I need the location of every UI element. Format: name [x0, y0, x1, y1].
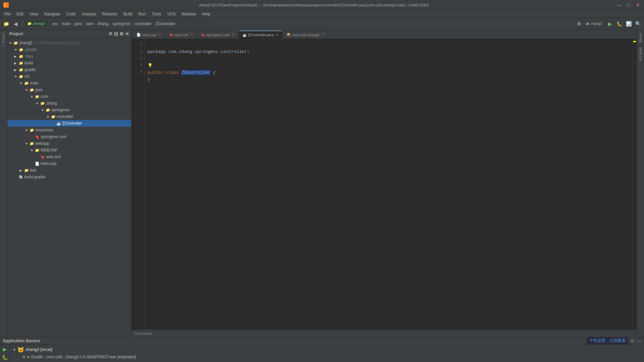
run-server-btn[interactable]: ▶: [2, 346, 8, 353]
close-tab-zcontroller[interactable]: ✕: [276, 33, 279, 37]
close-panel-btn[interactable]: ✕: [125, 31, 129, 37]
line-numbers: 1 2 3 4 5: [131, 39, 145, 329]
settings-btn2[interactable]: ⚙: [119, 31, 124, 37]
collapse-all-btn[interactable]: ⊟: [114, 31, 118, 37]
breadcrumb-class: ZController: [134, 331, 152, 336]
tree-item-zhang3[interactable]: ▼ 📁 zhang3D:\IT\IdeaProjects\zhang3: [7, 40, 131, 46]
tab-indexjsp[interactable]: 📄 index.jsp ✕: [133, 31, 165, 39]
bc-controller[interactable]: controller: [135, 21, 151, 26]
debug-btn[interactable]: 🐛: [615, 20, 623, 28]
menu-build[interactable]: Build: [121, 11, 135, 17]
tree-item-buildgradle[interactable]: ▶ 🐘 build.gradle: [7, 174, 131, 180]
maximize-button[interactable]: □: [625, 2, 632, 8]
tree-item-webxml[interactable]: ▶ 🔖 web.xml: [7, 154, 131, 160]
project-panel-header: Project ⟳ ⊟ ⚙ ✕: [7, 29, 131, 38]
project-label: Project: [9, 32, 23, 36]
project-panel: Project ⟳ ⊟ ⚙ ✕ ▼ 📁 zhang3D:\IT\IdeaProj…: [7, 29, 131, 337]
close-tab-indexjsp[interactable]: ✕: [158, 33, 161, 37]
tree-item-zcontroller[interactable]: ▶ ☕ ZController: [7, 120, 131, 127]
tree-item-src[interactable]: ▼ 📁 src: [7, 73, 131, 80]
panel-settings-btn[interactable]: ⚙: [630, 338, 635, 344]
project-badge: 📁 zhang3: [25, 21, 47, 26]
profile-btn[interactable]: 📊: [625, 20, 633, 28]
search-everywhere-btn[interactable]: 🔍: [634, 20, 642, 28]
tab-springmvcxml[interactable]: 🔖 springmvc.xml ✕: [197, 31, 238, 39]
maven-tab[interactable]: Maven: [638, 31, 643, 45]
left-side-strip: 1: Project: [0, 29, 7, 337]
bc-com[interactable]: com: [86, 21, 94, 26]
tree-item-gradle[interactable]: ▼ 📁 .gradle: [7, 46, 131, 53]
code-editor[interactable]: 1 2 3 4 5 package com.zhang.springmvc.co…: [131, 39, 637, 329]
bc-zcontroller[interactable]: ZController: [156, 21, 175, 26]
tree-item-webinf[interactable]: ▼ 📁 WEB-INF: [7, 147, 131, 154]
tree-item-gradle2[interactable]: ▶ 📁 gradle: [7, 66, 131, 73]
settings-link[interactable]: 个性设置，点我看看: [587, 337, 628, 344]
project-panel-tab[interactable]: 1: Project: [1, 30, 6, 50]
menu-run[interactable]: Run: [136, 11, 149, 17]
settings-link-text: 个性设置，点我看看: [589, 338, 626, 344]
project-tree: ▼ 📁 zhang3D:\IT\IdeaProjects\zhang3 ▼ 📁 …: [7, 38, 131, 337]
server-tree: ▼ 🐱 zhang3 [local] ⚙ ● Gradle : com.szii…: [10, 345, 644, 362]
bottom-panel-header: Application Servers 个性设置，点我看看 ⚙ —: [0, 337, 644, 345]
menu-window[interactable]: Window: [179, 11, 199, 17]
menu-navigate[interactable]: Navigate: [42, 11, 63, 17]
settings-btn[interactable]: ⚙: [575, 20, 583, 28]
tree-item-zhang2[interactable]: ▼ 📁 zhang: [7, 100, 131, 107]
menu-tools[interactable]: Tools: [149, 11, 164, 17]
ant-build-tab[interactable]: Ant Build: [638, 46, 643, 63]
bottom-panel: Application Servers 个性设置，点我看看 ⚙ — ▶ 🐛 ⬛ …: [0, 337, 644, 362]
tabs-bar: 📄 index.jsp ✕ 🔖 web.xml ✕ 🔖 springmvc.xm…: [131, 29, 637, 39]
tree-item-idea[interactable]: ▶ 📁 .idea: [7, 53, 131, 60]
menu-edit[interactable]: Edit: [14, 11, 26, 17]
svg-text:I: I: [4, 3, 5, 7]
tree-item-build[interactable]: ▶ 📁 build: [7, 60, 131, 66]
tree-item-springmvc[interactable]: ▼ 📁 springmvc: [7, 107, 131, 113]
bc-springmvc[interactable]: springmvc: [113, 21, 131, 26]
tab-zcontroller[interactable]: ☕ ZController.java ✕: [239, 31, 282, 39]
tree-item-main[interactable]: ▼ 📁 main: [7, 80, 131, 86]
bc-zhang[interactable]: zhang: [98, 21, 109, 26]
menu-analyze[interactable]: Analyze: [79, 11, 99, 17]
close-tab-springmvcxml[interactable]: ✕: [232, 33, 235, 37]
breadcrumb: 📁 zhang3 › src › main › java › com › zha…: [25, 21, 574, 26]
tree-item-java[interactable]: ▼ 📁 java: [7, 86, 131, 93]
server-item-zhang3[interactable]: ▼ 🐱 zhang3 [local]: [10, 346, 644, 353]
menu-help[interactable]: Help: [199, 11, 213, 17]
panel-title: Application Servers: [3, 339, 41, 343]
close-tab-comsziit[interactable]: ✕: [321, 33, 324, 37]
bc-main[interactable]: main: [62, 21, 70, 26]
run-btn[interactable]: ▶: [606, 20, 614, 28]
bottom-panel-content: ▶ 🐛 ⬛ ⬆ ⬇ 🌐 ➕ ➖ ✏ ▼ 🐱 zhang3 [local] ⚙ ●…: [0, 345, 644, 362]
tree-item-resources[interactable]: ▼ 📁 resources: [7, 127, 131, 133]
server-artifact-item[interactable]: ⚙ ● Gradle : com.sziit : zhang3-1.0-SNAP…: [10, 353, 644, 361]
project-icon[interactable]: 📁: [2, 20, 10, 28]
tab-webxml[interactable]: 🔖 web.xml ✕: [165, 31, 197, 39]
bc-src[interactable]: src: [52, 21, 58, 26]
close-tab-webxml[interactable]: ✕: [190, 33, 193, 37]
window-title: zhang3 [D:\IT\IdeaProjects\zhang3] - ...…: [12, 3, 616, 7]
tree-item-controller[interactable]: ▼ 📁 controller: [7, 113, 131, 120]
minimize-button[interactable]: —: [616, 2, 623, 8]
bc-java[interactable]: java: [74, 21, 82, 26]
tree-item-test[interactable]: ▶ 📁 test: [7, 167, 131, 174]
back-btn[interactable]: ◀: [11, 20, 19, 28]
tree-item-com[interactable]: ▼ 📁 com: [7, 93, 131, 100]
debug-server-btn[interactable]: 🐛: [2, 354, 8, 361]
menu-refactor[interactable]: Refactor: [100, 11, 120, 17]
close-button[interactable]: ✕: [635, 2, 641, 8]
editor-area: 📄 index.jsp ✕ 🔖 web.xml ✕ 🔖 springmvc.xm…: [131, 29, 637, 337]
menu-file[interactable]: File: [1, 11, 13, 17]
tree-item-indexjsp[interactable]: ▶ 📄 index.jsp: [7, 160, 131, 167]
sync-btn[interactable]: ⟳: [109, 31, 113, 37]
menu-code[interactable]: Code: [63, 11, 78, 17]
menu-view[interactable]: View: [27, 11, 41, 17]
menu-vcs[interactable]: VCS: [165, 11, 178, 17]
tree-item-springmvcxml[interactable]: ▶ 🔖 springmvc.xml: [7, 133, 131, 140]
right-tabs: Maven Ant Build: [637, 29, 644, 337]
run-config-btn[interactable]: ▶ zhang3: [585, 20, 604, 28]
tree-item-webapp[interactable]: ▼ 📁 webapp: [7, 140, 131, 147]
code-content[interactable]: package com.zhang.springmvc.controller; …: [145, 39, 633, 329]
panel-minimize-btn[interactable]: —: [637, 338, 641, 344]
tab-comsziit[interactable]: 📦 com.sziit.zhang3 ✕: [283, 31, 328, 39]
code-breadcrumb: ZController: [131, 329, 637, 337]
